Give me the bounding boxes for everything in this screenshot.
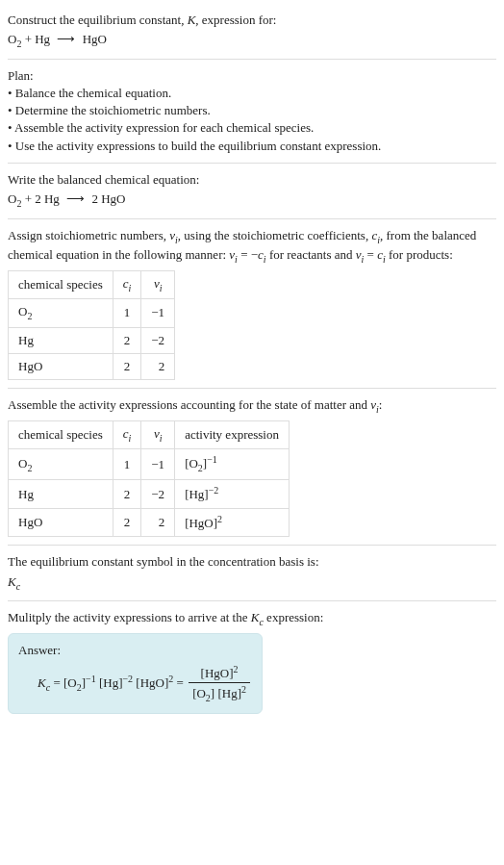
term: [O bbox=[63, 675, 77, 690]
act-text: Assemble the activity expressions accoun… bbox=[8, 397, 370, 412]
intro-prompt: Construct the equilibrium constant, K, e… bbox=[8, 12, 496, 29]
cell-vi: −1 bbox=[141, 299, 175, 328]
sp-sub: 2 bbox=[27, 311, 32, 321]
plan-bullet: • Balance the chemical equation. bbox=[8, 85, 496, 102]
sp-a: O bbox=[18, 304, 27, 318]
ae-a: [Hg bbox=[185, 488, 204, 502]
plan-bullet: • Use the activity expressions to build … bbox=[8, 138, 496, 155]
balanced-equation: O2 + 2 Hg ⟶ 2 HgO bbox=[8, 191, 496, 211]
answer-expression: Kc = [O2]−1 [Hg]−2 [HgO]2 = [HgO]2[O2] [… bbox=[18, 663, 252, 705]
ae-sup: 2 bbox=[217, 514, 222, 524]
eq: = bbox=[364, 247, 377, 262]
ci-h-sub: i bbox=[129, 432, 132, 443]
cell-species: Hg bbox=[9, 480, 113, 509]
cell-ae: [O2]−1 bbox=[175, 449, 290, 480]
balanced-o2: O bbox=[8, 191, 16, 206]
num-sup: 2 bbox=[234, 664, 239, 674]
plan-bullet: • Assemble the activity expression for e… bbox=[8, 119, 496, 137]
cell-ci: 2 bbox=[113, 354, 141, 380]
cell-species: HgO bbox=[9, 354, 113, 380]
mult-text: expression: bbox=[264, 610, 323, 624]
arrow-icon: ⟶ bbox=[53, 32, 79, 46]
ae-a: [O bbox=[185, 457, 198, 471]
cell-ci: 1 bbox=[113, 449, 141, 480]
K: K bbox=[38, 675, 46, 690]
table-row: HgO 2 2 [HgO]2 bbox=[9, 508, 290, 537]
stoich-text: , using the stoichiometric coefficients, bbox=[178, 228, 372, 242]
mult-text: Mulitply the activity expressions to arr… bbox=[8, 610, 251, 624]
table-row: O2 1 −1 [O2]−1 bbox=[9, 449, 290, 480]
cell-vi: −2 bbox=[141, 327, 175, 353]
cell-vi: 2 bbox=[141, 354, 175, 380]
table-row: HgO 2 2 bbox=[9, 354, 175, 380]
fraction-den: [O2] [Hg]2 bbox=[189, 683, 250, 705]
arrow-icon: ⟶ bbox=[63, 191, 88, 206]
answer-label: Answer: bbox=[18, 642, 252, 659]
cell-ci: 2 bbox=[113, 480, 141, 509]
cell-ci: 2 bbox=[113, 327, 141, 353]
stoich-intro: Assign stoichiometric numbers, νi, using… bbox=[8, 227, 496, 267]
cell-species: HgO bbox=[9, 508, 113, 537]
table-row: Hg 2 −2 [Hg]−2 bbox=[9, 480, 290, 509]
stoich-text: for reactants and bbox=[266, 247, 356, 262]
balanced-title: Write the balanced chemical equation: bbox=[8, 171, 496, 189]
cell-vi: −1 bbox=[141, 449, 175, 480]
reactant-o2: O bbox=[8, 32, 16, 46]
cell-species: O2 bbox=[9, 449, 113, 480]
table-row: O2 1 −1 bbox=[9, 299, 175, 328]
cell-ae: [Hg]−2 bbox=[175, 480, 290, 509]
stoich-text: for products: bbox=[386, 247, 453, 262]
col-ae: activity expression bbox=[175, 420, 290, 449]
ci-h-sub: i bbox=[129, 282, 132, 293]
stoich-text: Assign stoichiometric numbers, bbox=[8, 228, 169, 242]
col-species: chemical species bbox=[9, 270, 113, 299]
sp-a: O bbox=[18, 456, 27, 471]
col-ci: ci bbox=[113, 420, 141, 449]
eq: = − bbox=[238, 247, 258, 262]
term-sup: −1 bbox=[86, 674, 96, 684]
plus: + bbox=[21, 32, 35, 46]
symbol-kc: Kc bbox=[8, 573, 496, 594]
cell-ci: 2 bbox=[113, 508, 141, 537]
table-header-row: chemical species ci νi activity expressi… bbox=[9, 420, 290, 449]
act-text: : bbox=[379, 397, 383, 412]
answer-box: Answer: Kc = [O2]−1 [Hg]−2 [HgO]2 = [HgO… bbox=[8, 633, 263, 715]
cell-vi: 2 bbox=[141, 508, 175, 537]
col-ci: ci bbox=[113, 270, 141, 299]
col-vi: νi bbox=[141, 270, 175, 299]
fraction-num: [HgO]2 bbox=[189, 663, 250, 684]
cell-ci: 1 bbox=[113, 299, 141, 328]
table-header-row: chemical species ci νi bbox=[9, 270, 175, 299]
cell-species: O2 bbox=[9, 299, 113, 328]
reactant-hg: Hg bbox=[35, 32, 50, 46]
den-b: ] [Hg] bbox=[211, 687, 241, 701]
ae-a: [HgO bbox=[185, 516, 214, 530]
vi-h-sub: i bbox=[160, 282, 163, 293]
activity-table: chemical species ci νi activity expressi… bbox=[8, 420, 290, 538]
cell-species: Hg bbox=[9, 327, 113, 353]
cell-vi: −2 bbox=[141, 480, 175, 509]
K: K bbox=[8, 574, 16, 589]
col-vi: νi bbox=[141, 420, 175, 449]
col-species: chemical species bbox=[9, 420, 113, 449]
multiply-intro: Mulitply the activity expressions to arr… bbox=[8, 609, 496, 629]
stoich-table: chemical species ci νi O2 1 −1 Hg 2 −2 H… bbox=[8, 270, 175, 381]
K-sub: c bbox=[16, 580, 20, 591]
table-row: Hg 2 −2 bbox=[9, 327, 175, 353]
ae-sup: −2 bbox=[209, 485, 219, 496]
plan-bullet: • Determine the stoichiometric numbers. bbox=[8, 102, 496, 119]
product-hgo: HgO bbox=[83, 32, 107, 46]
term: [Hg] bbox=[96, 675, 123, 690]
den-a: [O bbox=[192, 687, 206, 701]
term: [HgO] bbox=[133, 675, 168, 690]
den-sup: 2 bbox=[241, 684, 246, 695]
fraction: [HgO]2[O2] [Hg]2 bbox=[189, 663, 250, 705]
vi-h-sub: i bbox=[160, 432, 163, 443]
eq: = bbox=[50, 675, 63, 690]
intro-text-a: Construct the equilibrium constant, K, e… bbox=[8, 13, 276, 27]
cell-ae: [HgO]2 bbox=[175, 508, 290, 537]
intro-equation: O2 + Hg ⟶ HgO bbox=[8, 31, 496, 51]
sp-sub: 2 bbox=[27, 462, 32, 472]
activity-intro: Assemble the activity expressions accoun… bbox=[8, 396, 496, 417]
ae-sup: −1 bbox=[207, 454, 217, 465]
